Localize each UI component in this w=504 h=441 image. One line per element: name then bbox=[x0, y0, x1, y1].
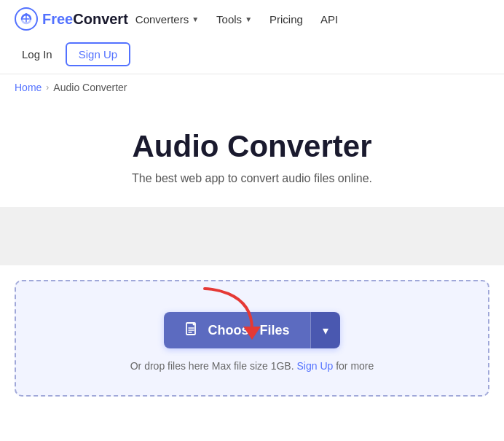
upload-area[interactable]: Choose Files ▾ Or drop files here Max fi… bbox=[15, 280, 489, 397]
nav-api[interactable]: API bbox=[313, 9, 345, 30]
login-button[interactable]: Log In bbox=[15, 44, 60, 65]
logo-icon bbox=[15, 7, 38, 31]
dropdown-chevron-icon: ▾ bbox=[323, 324, 328, 337]
drop-hint-signup-link[interactable]: Sign Up bbox=[296, 360, 333, 372]
arrow-container bbox=[194, 281, 267, 350]
nav-converters[interactable]: Converters ▼ bbox=[128, 9, 206, 30]
main-nav: Converters ▼ Tools ▼ Pricing API bbox=[128, 9, 489, 30]
nav-pricing[interactable]: Pricing bbox=[262, 9, 310, 30]
logo-link[interactable]: FreeConvert bbox=[15, 7, 128, 31]
header: FreeConvert Converters ▼ Tools ▼ Pricing… bbox=[0, 0, 504, 74]
drop-arrow-icon bbox=[194, 281, 267, 347]
drop-hint: Or drop files here Max file size 1GB. Si… bbox=[130, 360, 374, 372]
ad-banner bbox=[0, 207, 504, 265]
tools-chevron-icon: ▼ bbox=[245, 15, 252, 23]
header-top: FreeConvert Converters ▼ Tools ▼ Pricing… bbox=[0, 0, 504, 38]
breadcrumb-current: Audio Converter bbox=[53, 82, 127, 93]
page-title: Audio Converter bbox=[15, 130, 489, 163]
signup-button[interactable]: Sign Up bbox=[66, 42, 130, 66]
page-subtitle: The best web app to convert audio files … bbox=[15, 172, 489, 185]
choose-files-dropdown-button[interactable]: ▾ bbox=[310, 312, 340, 348]
breadcrumb: Home › Audio Converter bbox=[0, 74, 504, 101]
hero-section: Audio Converter The best web app to conv… bbox=[0, 101, 504, 207]
header-bottom: Log In Sign Up bbox=[0, 38, 504, 74]
logo-text: FreeConvert bbox=[42, 11, 128, 28]
converters-chevron-icon: ▼ bbox=[192, 15, 199, 23]
nav-tools[interactable]: Tools ▼ bbox=[209, 9, 259, 30]
breadcrumb-separator: › bbox=[46, 82, 49, 93]
svg-marker-2 bbox=[243, 327, 261, 340]
breadcrumb-home[interactable]: Home bbox=[15, 82, 42, 93]
